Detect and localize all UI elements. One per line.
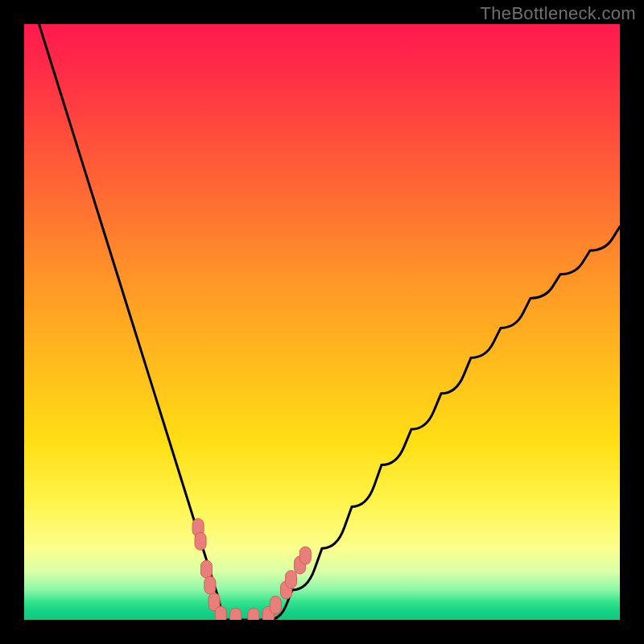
plot-area (24, 24, 620, 620)
optimal-marker (230, 608, 242, 620)
optimal-marker (286, 571, 297, 588)
optimal-marker (299, 547, 311, 564)
watermark-text: TheBottleneck.com (481, 3, 636, 24)
optimal-marker (200, 560, 212, 578)
bottleneck-curve (39, 24, 621, 620)
curve-right-branch (268, 227, 620, 620)
optimal-marker (195, 532, 206, 550)
chart-frame: TheBottleneck.com (0, 0, 644, 644)
curve-layer (24, 24, 620, 620)
optimal-marker (215, 606, 226, 620)
optimal-marker (248, 608, 259, 620)
optimal-marker (270, 597, 281, 614)
optimal-markers (192, 518, 311, 620)
optimal-marker (204, 576, 216, 594)
